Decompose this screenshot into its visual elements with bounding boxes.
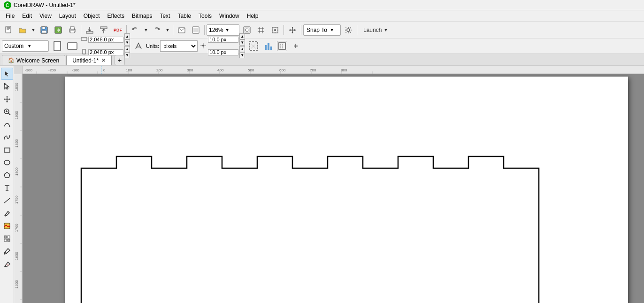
node-tool-button[interactable] — [1, 80, 13, 93]
top-ruler: -300 -200 -100 0 100 200 300 400 500 600… — [23, 66, 644, 74]
redo-button[interactable] — [150, 24, 163, 36]
rectangle-tool-button[interactable] — [1, 144, 13, 156]
svg-text:1900: 1900 — [15, 111, 19, 119]
new-button[interactable] — [2, 24, 15, 36]
open-recent-button[interactable]: ▼ — [30, 24, 37, 36]
svg-rect-31 — [265, 45, 267, 50]
snap-to-dropdown[interactable]: Snap To ▼ — [303, 24, 341, 36]
fit-page-button[interactable] — [175, 24, 188, 36]
svg-text:C: C — [6, 3, 9, 8]
polygon-tool-button[interactable] — [1, 169, 13, 181]
welcome-tab[interactable]: 🏠 Welcome Screen — [2, 55, 65, 65]
nudge-inputs: ▲ ▼ ▲ ▼ — [208, 33, 245, 58]
save-button[interactable] — [38, 24, 51, 36]
width-up[interactable]: ▲ — [124, 33, 130, 39]
menu-bitmaps[interactable]: Bitmaps — [128, 12, 156, 20]
snap-button[interactable] — [268, 24, 282, 36]
preset-dropdown[interactable]: Custom ▼ — [2, 40, 49, 52]
menu-help[interactable]: Help — [243, 12, 262, 20]
print-button[interactable] — [66, 24, 79, 36]
page-portrait-button[interactable] — [51, 40, 64, 52]
svg-rect-47 — [4, 239, 7, 241]
select-tool-button[interactable] — [1, 68, 13, 80]
menu-table[interactable]: Table — [174, 12, 195, 20]
drawing-canvas[interactable] — [65, 77, 628, 303]
svg-text:1800: 1800 — [15, 167, 19, 176]
zoom-tool-button[interactable] — [1, 106, 13, 118]
svg-line-43 — [4, 198, 10, 203]
canvas-container[interactable]: -300 -200 -100 0 100 200 300 400 500 600… — [14, 66, 644, 303]
nudge-2-down[interactable]: ▼ — [239, 52, 245, 58]
page-landscape-button[interactable] — [66, 40, 79, 52]
paint-tool-button[interactable] — [1, 207, 13, 219]
svg-rect-15 — [100, 27, 107, 29]
settings-button[interactable] — [342, 24, 355, 36]
close-tab-icon[interactable]: ✕ — [101, 57, 106, 63]
menu-view[interactable]: View — [36, 12, 55, 20]
ellipse-tool-button[interactable] — [1, 156, 13, 169]
svg-point-41 — [4, 160, 10, 165]
width-input[interactable] — [88, 37, 123, 43]
nudge-group: ▲ ▼ ▲ ▼ — [199, 33, 245, 58]
add-tab-button[interactable]: + — [115, 55, 125, 65]
open-button[interactable] — [16, 24, 29, 36]
launch-dropdown-button[interactable]: Launch ▼ — [359, 24, 392, 36]
units-select[interactable]: pixels inches mm — [160, 40, 198, 52]
svg-text:700: 700 — [310, 68, 316, 72]
pattern-tool-button[interactable] — [1, 233, 13, 245]
units-icon-button[interactable] — [132, 40, 145, 52]
menu-window[interactable]: Window — [215, 12, 243, 20]
svg-text:1950: 1950 — [15, 83, 19, 91]
menu-effects[interactable]: Effects — [104, 12, 128, 20]
text-tool-button[interactable] — [1, 182, 13, 194]
svg-rect-45 — [4, 236, 7, 238]
svg-rect-46 — [8, 236, 10, 238]
height-down[interactable]: ▼ — [124, 52, 130, 58]
grid-button[interactable] — [254, 24, 268, 36]
chart-button[interactable] — [262, 40, 275, 52]
height-spinner: ▲ ▼ — [124, 46, 130, 58]
svg-text:1850: 1850 — [15, 139, 19, 148]
ruler-corner — [14, 66, 23, 74]
eyedropper-button[interactable] — [1, 245, 13, 257]
transform-tool-button[interactable] — [1, 93, 13, 105]
page-options-button[interactable] — [277, 41, 287, 51]
nudge-1-up[interactable]: ▲ — [239, 33, 245, 39]
undo-button[interactable] — [129, 24, 142, 36]
publish-button[interactable] — [52, 24, 65, 36]
svg-rect-32 — [268, 43, 269, 50]
pan-button[interactable] — [286, 24, 299, 36]
menu-layout[interactable]: Layout — [55, 12, 80, 20]
nudge-1-down[interactable]: ▼ — [239, 39, 245, 46]
svg-rect-8 — [42, 31, 46, 33]
width-row: ▲ ▼ — [81, 33, 130, 46]
width-icon — [81, 36, 87, 43]
redo-history-button[interactable]: ▼ — [164, 24, 171, 36]
eraser-button[interactable] — [1, 258, 13, 270]
document-tab[interactable]: Untitled-1* ✕ — [66, 55, 112, 65]
height-input[interactable] — [88, 49, 123, 55]
add-page-button[interactable]: + — [289, 40, 302, 52]
snap-to-section: Snap To ▼ — [303, 24, 341, 36]
nudge-input-1[interactable] — [208, 37, 238, 43]
width-down[interactable]: ▼ — [124, 39, 130, 46]
app-icon: C — [4, 1, 11, 9]
menu-file[interactable]: File — [2, 12, 18, 20]
menu-tools[interactable]: Tools — [195, 12, 215, 20]
undo-history-button[interactable]: ▼ — [143, 24, 149, 36]
nudge-input-2[interactable] — [208, 49, 238, 55]
svg-point-13 — [74, 29, 75, 30]
freehand-tool-button[interactable] — [1, 118, 13, 131]
height-up[interactable]: ▲ — [124, 46, 130, 52]
line-tool-button[interactable] — [1, 194, 13, 207]
document-tab-label: Untitled-1* — [72, 57, 99, 64]
menu-edit[interactable]: Edit — [18, 12, 36, 20]
menu-object[interactable]: Object — [80, 12, 104, 20]
interactive-fill-button[interactable] — [1, 220, 13, 232]
scale-button[interactable] — [247, 40, 260, 52]
canvas-area[interactable] — [23, 74, 644, 303]
left-ruler: 1950 1900 1850 1800 1750 1700 1650 1600 — [14, 74, 23, 303]
nudge-2-up[interactable]: ▲ — [239, 46, 245, 52]
menu-text[interactable]: Text — [156, 12, 174, 20]
curve-tool-button[interactable] — [1, 131, 13, 143]
